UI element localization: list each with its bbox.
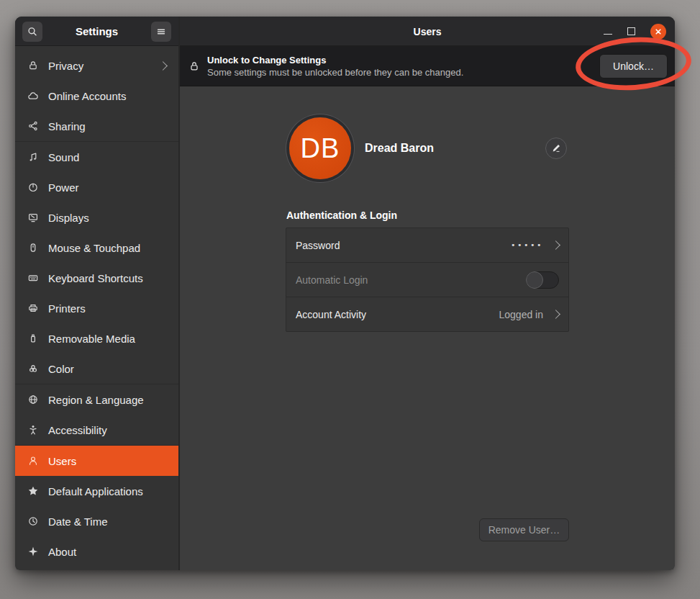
sidebar-item-label: Mouse & Touchpad — [48, 242, 140, 254]
settings-window: Settings Privacy — [15, 17, 675, 570]
display-icon — [27, 212, 39, 223]
sidebar-item-accessibility[interactable]: Accessibility — [15, 415, 178, 445]
close-icon — [653, 27, 663, 37]
automatic-login-toggle[interactable] — [526, 271, 559, 289]
profile-row: DB Dread Baron — [286, 114, 569, 183]
music-note-icon — [27, 151, 39, 163]
sidebar-item-online-accounts[interactable]: Online Accounts — [15, 81, 178, 111]
sidebar-item-label: Displays — [48, 212, 89, 224]
window-title: Users — [414, 26, 442, 37]
content-column: DB Dread Baron Authentication & Login Pa — [286, 86, 569, 570]
color-circles-icon — [27, 363, 39, 374]
account-activity-label: Account Activity — [296, 309, 366, 320]
titlebar: Users — [180, 17, 675, 46]
sidebar-item-label: Sound — [48, 151, 79, 163]
mouse-icon — [27, 242, 39, 253]
sidebar-item-printers[interactable]: Printers — [15, 293, 178, 323]
main-panel: Users Unlock to Change Settings — [180, 17, 675, 570]
sidebar-item-label: Date & Time — [48, 515, 108, 528]
maximize-button[interactable] — [627, 27, 635, 35]
desktop-backdrop: Settings Privacy — [0, 0, 700, 599]
sidebar-item-label: Power — [48, 181, 79, 194]
sidebar: Settings Privacy — [15, 17, 180, 570]
chevron-right-icon — [158, 61, 168, 71]
unlock-banner-text: Unlock to Change Settings Some settings … — [207, 55, 463, 78]
menu-button[interactable] — [151, 22, 171, 42]
sidebar-item-region-language[interactable]: Region & Language — [15, 384, 178, 415]
person-icon — [27, 424, 39, 436]
account-activity-row[interactable]: Account Activity Logged in — [286, 297, 568, 331]
cloud-icon — [27, 90, 39, 102]
sidebar-item-mouse-touchpad[interactable]: Mouse & Touchpad — [15, 233, 178, 263]
sidebar-item-label: Default Applications — [48, 485, 143, 497]
chevron-right-icon — [551, 310, 560, 319]
section-heading: Authentication & Login — [286, 210, 397, 221]
hamburger-icon — [155, 26, 167, 37]
sidebar-title: Settings — [76, 25, 118, 37]
sidebar-item-displays[interactable]: Displays — [15, 202, 178, 233]
sidebar-item-color[interactable]: Color — [15, 353, 178, 384]
user-icon — [27, 455, 39, 467]
lock-icon — [188, 60, 200, 72]
password-label: Password — [296, 240, 340, 251]
password-value: ••••• — [511, 240, 543, 250]
sidebar-item-label: Online Accounts — [48, 90, 126, 102]
search-icon — [27, 26, 38, 37]
power-icon — [27, 181, 39, 193]
sidebar-list: Privacy Online Accounts Sharing — [15, 46, 178, 567]
sidebar-item-label: Color — [48, 363, 74, 375]
sidebar-item-label: Removable Media — [48, 333, 135, 345]
chevron-right-icon — [551, 240, 560, 250]
keyboard-icon — [27, 272, 39, 284]
sidebar-item-label: Users — [48, 455, 76, 467]
account-activity-value: Logged in — [499, 309, 543, 320]
sidebar-item-keyboard-shortcuts[interactable]: Keyboard Shortcuts — [15, 263, 178, 293]
sparkle-icon — [27, 546, 39, 557]
sidebar-item-label: Accessibility — [48, 424, 107, 436]
toggle-knob — [526, 271, 543, 289]
sidebar-item-default-applications[interactable]: Default Applications — [15, 476, 178, 506]
sidebar-item-about[interactable]: About — [15, 536, 178, 567]
unlock-button[interactable]: Unlock… — [599, 54, 668, 78]
password-row[interactable]: Password ••••• — [286, 228, 568, 263]
clock-icon — [27, 515, 39, 527]
globe-icon — [27, 394, 39, 405]
edit-name-button[interactable] — [545, 138, 567, 159]
star-icon — [27, 485, 39, 497]
pencil-icon — [551, 143, 561, 153]
close-button[interactable] — [650, 24, 666, 40]
usb-drive-icon — [27, 333, 39, 344]
auth-login-list: Password ••••• Automatic Login — [286, 228, 569, 332]
avatar: DB — [289, 117, 351, 179]
sidebar-item-privacy[interactable]: Privacy — [15, 50, 178, 81]
sidebar-item-label: Printers — [48, 302, 86, 315]
sidebar-item-label: Privacy — [48, 60, 83, 72]
sidebar-item-label: Sharing — [48, 120, 86, 132]
share-icon — [27, 120, 39, 132]
sidebar-item-sound[interactable]: Sound — [15, 142, 178, 172]
remove-user-button[interactable]: Remove User… — [479, 518, 569, 541]
sidebar-item-users[interactable]: Users — [15, 446, 178, 476]
user-name: Dread Baron — [365, 142, 434, 155]
unlock-banner-title: Unlock to Change Settings — [207, 55, 463, 66]
sidebar-item-date-time[interactable]: Date & Time — [15, 506, 178, 536]
avatar-initials: DB — [301, 133, 340, 164]
sidebar-item-label: Keyboard Shortcuts — [48, 272, 143, 284]
sidebar-item-sharing[interactable]: Sharing — [15, 111, 178, 141]
sidebar-headerbar: Settings — [15, 17, 178, 46]
sidebar-item-label: Region & Language — [48, 394, 144, 406]
unlock-banner: Unlock to Change Settings Some settings … — [180, 46, 675, 86]
lock-icon — [27, 60, 39, 71]
automatic-login-row: Automatic Login — [286, 263, 568, 297]
automatic-login-label: Automatic Login — [296, 274, 368, 286]
unlock-banner-subtitle: Some settings must be unlocked before th… — [207, 67, 463, 78]
sidebar-item-label: About — [48, 546, 76, 558]
search-button[interactable] — [22, 22, 42, 42]
printer-icon — [27, 302, 39, 314]
sidebar-item-removable-media[interactable]: Removable Media — [15, 323, 178, 353]
window-controls — [604, 17, 666, 46]
sidebar-item-power[interactable]: Power — [15, 172, 178, 202]
users-content: DB Dread Baron Authentication & Login Pa — [180, 86, 675, 570]
minimize-button[interactable] — [604, 27, 612, 36]
